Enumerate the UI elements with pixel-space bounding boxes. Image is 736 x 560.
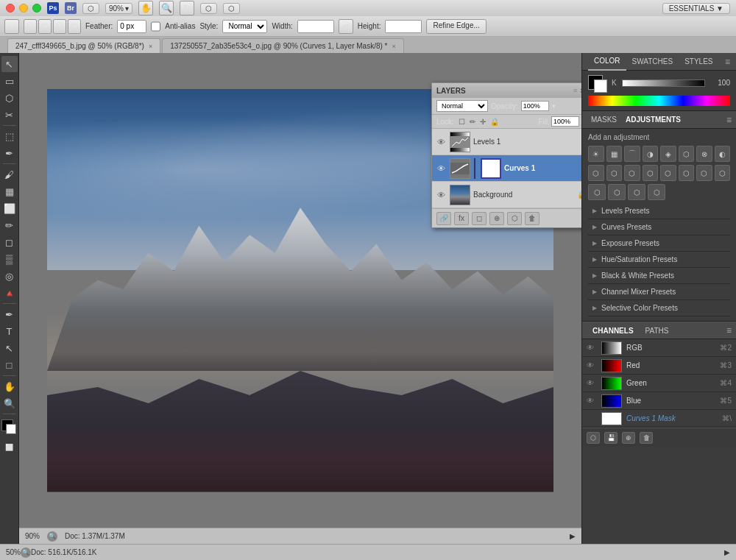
adj-channel-mix-icon[interactable]: ⬡: [606, 165, 623, 181]
masks-tab[interactable]: MASKS: [587, 111, 621, 129]
channel-to-selection-btn[interactable]: ⬡: [587, 432, 600, 444]
lock-check-icon[interactable]: ☐: [459, 118, 465, 126]
eraser-tool[interactable]: ◻: [1, 234, 18, 250]
masks-panel-menu[interactable]: ≡: [726, 115, 732, 125]
adj-bw-icon[interactable]: ◐: [715, 146, 731, 162]
zoom-control[interactable]: 90% ▾: [105, 3, 132, 14]
tab-1-close[interactable]: ×: [392, 43, 396, 50]
hand-tool[interactable]: ✋: [138, 1, 153, 15]
layer-eye-curves1[interactable]: 👁: [435, 164, 447, 173]
adj-extra2-icon[interactable]: ⬡: [608, 184, 626, 200]
adj-levels-icon[interactable]: ▦: [606, 146, 623, 162]
rotate-tool[interactable]: ↻: [180, 1, 194, 15]
preset-selective-color[interactable]: ▶ Selective Color Presets: [588, 300, 730, 316]
layer-eye-levels1[interactable]: 👁: [435, 138, 447, 146]
layer-eye-bg[interactable]: 👁: [435, 191, 447, 199]
add-mask-btn[interactable]: ◻: [472, 212, 486, 225]
blend-mode-select[interactable]: Normal: [436, 100, 488, 112]
channels-tab[interactable]: CHANNELS: [587, 322, 640, 339]
adj-brightness-icon[interactable]: ☀: [588, 146, 604, 162]
anti-alias-checkbox[interactable]: [151, 20, 160, 33]
delete-layer-btn[interactable]: 🗑: [525, 212, 539, 225]
swap-icon[interactable]: ⇄: [339, 19, 353, 34]
channels-panel-menu[interactable]: ≡: [726, 325, 732, 336]
preset-curves[interactable]: ▶ Curves Presets: [588, 219, 730, 235]
shape-tool[interactable]: □: [1, 357, 18, 373]
crop-tool[interactable]: ⬚: [1, 128, 18, 144]
rectangular-marquee-tool[interactable]: ▭: [1, 73, 18, 89]
opt2[interactable]: ⬡: [38, 19, 52, 34]
channel-eye-green[interactable]: 👁: [587, 379, 597, 387]
bottom-arrow[interactable]: ▶: [724, 548, 730, 556]
preset-exposure[interactable]: ▶ Exposure Presets: [588, 235, 730, 252]
blur-tool[interactable]: ◎: [1, 268, 18, 284]
adj-vibrance-icon[interactable]: ◈: [660, 146, 676, 162]
background-color[interactable]: [6, 424, 16, 434]
adj-curves-icon[interactable]: ⌒: [624, 146, 640, 162]
close-button[interactable]: [6, 4, 15, 13]
channel-eye-blue[interactable]: 👁: [587, 397, 597, 405]
bg-swatch[interactable]: [594, 79, 607, 93]
path-select-tool[interactable]: ↖: [1, 340, 18, 356]
opt4[interactable]: ⬡: [68, 19, 81, 34]
refine-edge-button[interactable]: Refine Edge...: [426, 19, 486, 34]
channel-rgb[interactable]: 👁 RGB ⌘2: [582, 339, 736, 357]
adjustments-tab[interactable]: ADJUSTMENTS: [621, 111, 685, 129]
selection-tool[interactable]: ↖: [1, 56, 18, 72]
layer-background[interactable]: 👁 Background 🔒: [432, 182, 581, 208]
preset-channel-mix[interactable]: ▶ Channel Mixer Presets: [588, 284, 730, 300]
maximize-button[interactable]: [32, 4, 41, 13]
channel-curves-mask[interactable]: · Curves 1 Mask ⌘\: [582, 410, 736, 428]
tab-1[interactable]: 137250557_2ab35e53c4_o.jpg @ 90% (Curves…: [162, 38, 404, 53]
adj-posterize-icon[interactable]: ⬡: [660, 165, 676, 181]
height-input[interactable]: [385, 20, 422, 33]
fill-input[interactable]: [551, 116, 579, 127]
style-select[interactable]: Normal: [222, 20, 267, 33]
opacity-input[interactable]: [521, 101, 549, 111]
canvas-arrow[interactable]: ▶: [570, 532, 576, 540]
channel-new-btn[interactable]: ⊕: [622, 432, 635, 444]
clone-stamp-tool[interactable]: ⬜: [1, 200, 18, 216]
bottom-zoom-icon[interactable]: 🔍: [21, 547, 31, 558]
swatches-tab[interactable]: SWATCHES: [626, 53, 679, 71]
adj-photo-filter-icon[interactable]: ⬡: [588, 165, 604, 181]
zoom-tool-tb[interactable]: 🔍: [1, 395, 18, 411]
layers-panel-menu[interactable]: ≡: [573, 87, 577, 94]
k-slider[interactable]: [622, 79, 705, 87]
channel-eye-curves-mask[interactable]: ·: [587, 414, 597, 422]
add-style-btn[interactable]: fx: [454, 212, 469, 225]
selection-icon[interactable]: ⬡: [4, 19, 19, 34]
adj-extra3-icon[interactable]: ⬡: [628, 184, 645, 200]
essentials-button[interactable]: ESSENTIALS ▼: [662, 3, 730, 14]
color-tab[interactable]: COLOR: [588, 53, 626, 71]
layer-curves1[interactable]: 👁 Curves 1: [432, 155, 581, 182]
opt1[interactable]: ⬡: [24, 19, 37, 34]
channel-eye-rgb[interactable]: 👁: [587, 344, 597, 352]
channel-green[interactable]: 👁 Green ⌘4: [582, 375, 736, 392]
channel-blue[interactable]: 👁 Blue ⌘5: [582, 392, 736, 410]
opacity-dropdown-icon[interactable]: ▾: [552, 102, 556, 110]
styles-tab[interactable]: STYLES: [679, 53, 718, 71]
adj-color-lookup-icon[interactable]: ⬡: [624, 165, 640, 181]
link-layers-btn[interactable]: 🔗: [436, 212, 451, 225]
adj-gradient-map-icon[interactable]: ⬡: [696, 165, 712, 181]
color-panel-menu[interactable]: ≡: [725, 57, 730, 67]
preset-hue-sat[interactable]: ▶ Hue/Saturation Presets: [588, 252, 730, 268]
opt3[interactable]: ⬡: [53, 19, 66, 34]
lock-move-icon[interactable]: ✛: [480, 118, 486, 126]
new-layer-btn[interactable]: ⬡: [507, 212, 522, 225]
adj-extra1-icon[interactable]: ⬡: [588, 184, 606, 200]
channel-delete-btn[interactable]: 🗑: [640, 432, 653, 444]
gradient-tool[interactable]: ▒: [1, 251, 18, 267]
lock-brush-icon[interactable]: ✏: [470, 118, 475, 126]
lock-all-icon[interactable]: 🔒: [490, 118, 499, 126]
adj-selective-color-icon[interactable]: ⬡: [715, 165, 731, 181]
pen-tool[interactable]: ✒: [1, 306, 18, 322]
screen-mode-btn[interactable]: ⬡: [223, 3, 240, 14]
layer-levels1[interactable]: 👁 Levels 1: [432, 129, 581, 155]
channel-eye-red[interactable]: 👁: [587, 361, 597, 369]
adj-exposure-icon[interactable]: ◑: [643, 146, 659, 162]
color-spectrum[interactable]: [588, 96, 730, 106]
arrange-btn[interactable]: ⬡: [200, 3, 217, 14]
history-brush-tool[interactable]: ✏: [1, 217, 18, 233]
